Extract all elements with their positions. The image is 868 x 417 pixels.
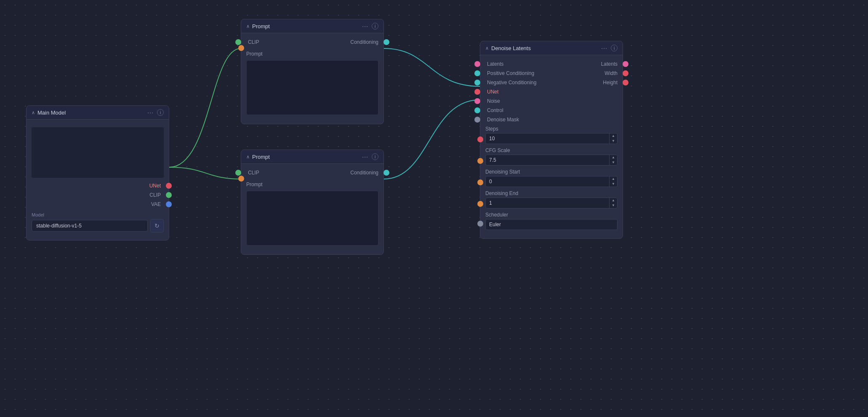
denoise-positive-cond-port[interactable] <box>474 70 480 76</box>
denoise-latents-output-port[interactable] <box>623 61 628 67</box>
denoise-width-label: Width <box>599 70 623 76</box>
denoising-start-down-arrow[interactable]: ▼ <box>610 182 617 187</box>
denoise-latents-input-port[interactable] <box>474 61 480 67</box>
denoise-unet-label: UNet <box>480 89 503 95</box>
unet-port-label: UNet <box>144 183 166 189</box>
main-model-collapse-btn[interactable]: ∧ <box>32 110 35 115</box>
model-select[interactable]: stable-diffusion-v1-5 <box>32 220 148 232</box>
denoise-negative-cond-port[interactable] <box>474 80 480 86</box>
denoise-height-port[interactable] <box>623 80 628 86</box>
main-model-preview <box>32 127 164 178</box>
prompt-bottom-clip-input-port[interactable] <box>235 170 241 176</box>
prompt-node-bottom: ∧ Prompt ··· i CLIP Conditioning Prompt <box>241 150 384 255</box>
denoising-end-label: Denoising End <box>485 190 618 196</box>
denoise-scheduler-port[interactable] <box>477 221 483 227</box>
denoise-collapse-btn[interactable]: ∧ <box>485 45 489 51</box>
prompt-top-conditioning-label: Conditioning <box>345 39 383 45</box>
denoise-control-port[interactable] <box>474 107 480 113</box>
denoise-info-icon[interactable]: i <box>611 45 618 51</box>
denoising-start-label: Denoising Start <box>485 169 618 175</box>
steps-label: Steps <box>485 126 618 132</box>
denoising-end-up-arrow[interactable]: ▲ <box>610 198 617 203</box>
prompt-bottom-collapse-btn[interactable]: ∧ <box>246 154 250 160</box>
prompt-bottom-extra-port[interactable] <box>238 176 244 182</box>
denoise-noise-label: Noise <box>480 98 505 104</box>
model-refresh-button[interactable]: ↻ <box>150 219 164 233</box>
scheduler-select[interactable]: Euler Euler a DPM++ 2M LMS DDIM <box>485 219 618 230</box>
denoise-latents-node: ∧ Denoise Latents ··· i Latents Latents … <box>480 41 623 239</box>
denoise-start-port[interactable] <box>477 179 483 185</box>
main-model-menu[interactable]: ··· <box>147 109 154 116</box>
prompt-top-clip-label: CLIP <box>241 39 264 45</box>
prompt-top-clip-input-port[interactable] <box>235 39 241 45</box>
prompt-top-textarea[interactable] <box>246 60 378 115</box>
steps-up-arrow[interactable]: ▲ <box>610 134 617 139</box>
steps-input[interactable] <box>486 134 609 144</box>
denoise-unet-port[interactable] <box>474 89 480 95</box>
denoise-noise-port[interactable] <box>474 98 480 104</box>
denoise-title: Denoise Latents <box>491 45 531 51</box>
denoising-end-input[interactable] <box>486 198 609 208</box>
denoising-end-down-arrow[interactable]: ▼ <box>610 203 617 208</box>
denoise-latents-input-label: Latents <box>480 61 509 67</box>
vae-port-label: VAE <box>146 201 166 207</box>
denoising-start-up-arrow[interactable]: ▲ <box>610 176 617 182</box>
prompt-top-title: Prompt <box>252 23 270 29</box>
prompt-top-extra-port[interactable] <box>238 45 244 51</box>
prompt-top-header: ∧ Prompt ··· i <box>241 19 383 33</box>
vae-output-port[interactable] <box>166 201 172 207</box>
denoise-latents-output-label: Latents <box>596 61 623 67</box>
prompt-bottom-conditioning-output-port[interactable] <box>383 170 389 176</box>
denoise-negative-cond-label: Negative Conditioning <box>480 80 541 86</box>
clip-port-label: CLIP <box>144 192 166 198</box>
main-model-node: ∧ Main Model ··· i UNet CLIP VAE Model <box>26 105 169 241</box>
denoise-steps-port[interactable] <box>477 136 483 142</box>
prompt-bottom-field-label: Prompt <box>241 180 383 189</box>
cfg-down-arrow[interactable]: ▼ <box>610 160 617 165</box>
denoise-mask-port[interactable] <box>474 117 480 123</box>
denoise-height-label: Height <box>598 80 623 86</box>
denoise-cfg-port[interactable] <box>477 158 483 164</box>
prompt-top-field-label: Prompt <box>241 49 383 59</box>
prompt-top-conditioning-output-port[interactable] <box>383 39 389 45</box>
prompt-bottom-textarea[interactable] <box>246 191 378 246</box>
prompt-node-top: ∧ Prompt ··· i CLIP Conditioning Prompt <box>241 19 384 124</box>
clip-output-port[interactable] <box>166 192 172 198</box>
denoise-end-port[interactable] <box>477 201 483 207</box>
denoise-header: ∧ Denoise Latents ··· i <box>480 41 623 55</box>
prompt-top-info-icon[interactable]: i <box>372 23 378 29</box>
main-model-header: ∧ Main Model ··· i <box>27 106 169 120</box>
denoise-control-label: Control <box>480 107 509 113</box>
prompt-top-menu[interactable]: ··· <box>362 23 368 29</box>
prompt-bottom-conditioning-label: Conditioning <box>345 170 383 176</box>
denoising-start-input[interactable] <box>486 176 609 187</box>
prompt-bottom-info-icon[interactable]: i <box>372 153 378 160</box>
steps-down-arrow[interactable]: ▼ <box>610 139 617 144</box>
scheduler-label: Scheduler <box>485 212 618 218</box>
prompt-bottom-menu[interactable]: ··· <box>362 153 368 160</box>
model-field-label: Model <box>32 212 164 217</box>
prompt-top-collapse-btn[interactable]: ∧ <box>246 24 250 29</box>
prompt-bottom-title: Prompt <box>252 154 270 160</box>
denoise-mask-label: Denoise Mask <box>480 117 524 123</box>
cfg-scale-label: CFG Scale <box>485 147 618 153</box>
unet-output-port[interactable] <box>166 183 172 189</box>
cfg-scale-input[interactable] <box>486 155 609 165</box>
prompt-bottom-header: ∧ Prompt ··· i <box>241 150 383 164</box>
main-model-title: Main Model <box>37 110 66 116</box>
prompt-bottom-clip-label: CLIP <box>241 170 264 176</box>
main-model-info-icon[interactable]: i <box>157 109 164 116</box>
denoise-width-port[interactable] <box>623 70 628 76</box>
denoise-positive-cond-label: Positive Conditioning <box>480 70 539 76</box>
cfg-up-arrow[interactable]: ▲ <box>610 155 617 160</box>
denoise-menu[interactable]: ··· <box>601 45 607 51</box>
